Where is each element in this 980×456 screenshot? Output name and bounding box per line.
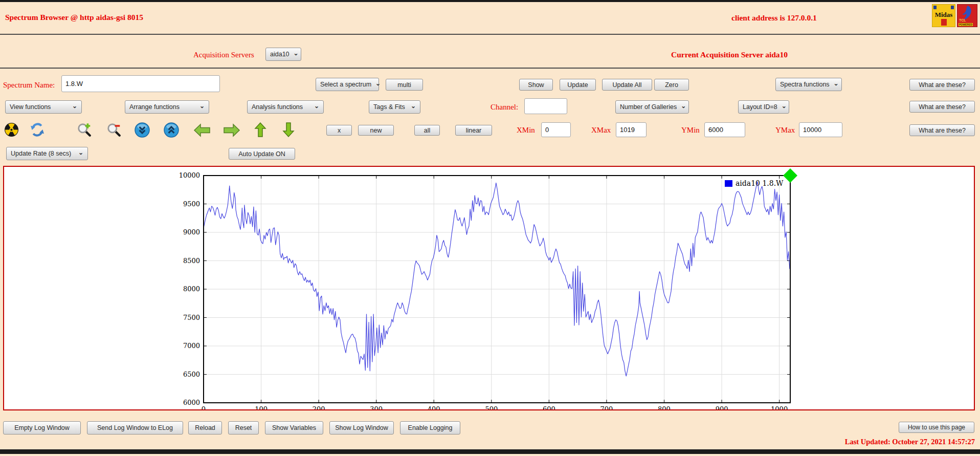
update-all-button[interactable]: Update All bbox=[602, 79, 652, 91]
chevron-down-icon: ⌄ bbox=[681, 103, 686, 109]
auto-update-button[interactable]: Auto Update ON bbox=[229, 148, 295, 160]
chevron-down-icon: ⌄ bbox=[199, 103, 205, 109]
zoom-in-icon[interactable] bbox=[77, 122, 92, 138]
layout-id-label: Layout ID=8 bbox=[743, 103, 777, 111]
arrange-functions-select[interactable]: Arrange functions ⌄ bbox=[125, 100, 209, 114]
zoom-out-icon[interactable] bbox=[106, 122, 122, 138]
svg-text:8000: 8000 bbox=[183, 285, 200, 293]
layout-id-select[interactable]: Layout ID=8 ⌄ bbox=[738, 100, 789, 114]
enable-logging-button[interactable]: Enable Logging bbox=[400, 421, 460, 435]
what-are-these-button-2[interactable]: What are these? bbox=[909, 101, 975, 113]
svg-text:300: 300 bbox=[370, 405, 383, 409]
spectra-functions-label: Spectra functions bbox=[780, 81, 830, 88]
tags-fits-select[interactable]: Tags & Fits ⌄ bbox=[369, 100, 420, 114]
how-to-use-button[interactable]: How to use this page bbox=[899, 422, 974, 433]
spectrum-name-label: Spectrum Name: bbox=[3, 81, 55, 90]
chevron-down-icon: ⌄ bbox=[411, 103, 416, 109]
send-log-elog-button[interactable]: Send Log Window to ELog bbox=[87, 421, 183, 435]
radiation-icon[interactable] bbox=[4, 122, 19, 137]
midas-shield-left-icon bbox=[933, 6, 937, 9]
view-functions-label: View functions bbox=[10, 103, 51, 111]
arrow-down-icon[interactable] bbox=[282, 122, 295, 138]
zero-button[interactable]: Zero bbox=[654, 79, 689, 91]
chevron-down-icon: ⌄ bbox=[834, 80, 839, 86]
svg-text:7500: 7500 bbox=[183, 314, 200, 321]
acquisition-server-select[interactable]: aida10 ⌄ bbox=[265, 48, 301, 61]
divider bbox=[0, 68, 980, 69]
number-of-galleries-select[interactable]: Number of Galleries ⌄ bbox=[615, 100, 689, 114]
ymax-input[interactable] bbox=[799, 122, 842, 137]
last-updated-text: Last Updated: October 27, 2021 14:57:27 bbox=[845, 438, 975, 446]
spectrum-chart-container: 0100200300400500600700800900100060006500… bbox=[3, 166, 975, 410]
svg-text:0: 0 bbox=[202, 405, 206, 409]
svg-text:1000: 1000 bbox=[771, 405, 788, 409]
svg-text:9500: 9500 bbox=[183, 200, 200, 208]
chevron-down-icon: ⌄ bbox=[72, 103, 77, 109]
empty-log-button[interactable]: Empty Log Window bbox=[3, 421, 81, 435]
tcl-powered-logo[interactable]: TCL POWERED bbox=[957, 4, 977, 27]
bottom-window-edge bbox=[0, 449, 980, 454]
ymin-input[interactable] bbox=[704, 122, 745, 137]
svg-text:6500: 6500 bbox=[183, 371, 200, 378]
arrow-left-icon[interactable] bbox=[193, 123, 211, 137]
midas-logo[interactable]: Midas bbox=[932, 4, 955, 27]
show-variables-button[interactable]: Show Variables bbox=[265, 421, 323, 435]
multi-button[interactable]: multi bbox=[386, 79, 423, 91]
midas-shield-right-icon bbox=[951, 6, 954, 9]
midas-logo-text: Midas bbox=[932, 11, 955, 19]
update-button[interactable]: Update bbox=[560, 79, 596, 91]
svg-text:800: 800 bbox=[658, 405, 671, 409]
page-title: Spectrum Browser @ http aidas-gsi 8015 bbox=[5, 13, 143, 22]
select-a-spectrum[interactable]: Select a spectrum ⌄ bbox=[316, 78, 379, 91]
channel-input[interactable] bbox=[524, 98, 567, 114]
all-button[interactable]: all bbox=[414, 125, 440, 136]
spectrum-chart[interactable]: 0100200300400500600700800900100060006500… bbox=[4, 167, 974, 409]
analysis-functions-select[interactable]: Analysis functions ⌄ bbox=[247, 100, 324, 114]
xmax-label: XMax bbox=[591, 126, 611, 135]
reset-button[interactable]: Reset bbox=[228, 421, 259, 435]
tcl-logo-text: TCL bbox=[959, 18, 966, 22]
show-button[interactable]: Show bbox=[519, 79, 553, 91]
svg-text:500: 500 bbox=[485, 405, 498, 409]
view-functions-select[interactable]: View functions ⌄ bbox=[5, 100, 82, 114]
what-are-these-button-1[interactable]: What are these? bbox=[909, 79, 975, 91]
tags-fits-label: Tags & Fits bbox=[373, 103, 405, 111]
spectrum-name-input[interactable] bbox=[61, 75, 220, 92]
tcl-powered-text: POWERED bbox=[959, 23, 973, 26]
chevron-down-icon: ⌄ bbox=[314, 103, 319, 109]
svg-text:200: 200 bbox=[313, 405, 325, 409]
svg-text:100: 100 bbox=[255, 405, 268, 409]
svg-text:400: 400 bbox=[428, 405, 440, 409]
new-button[interactable]: new bbox=[358, 125, 394, 136]
current-server-text: Current Acquisition Server aida10 bbox=[671, 50, 788, 59]
svg-text:8500: 8500 bbox=[183, 257, 200, 265]
show-log-window-button[interactable]: Show Log Window bbox=[329, 421, 394, 435]
top-window-edge bbox=[0, 0, 980, 2]
spectra-functions-select[interactable]: Spectra functions ⌄ bbox=[775, 78, 842, 91]
select-a-spectrum-label: Select a spectrum bbox=[320, 81, 371, 88]
reload-button[interactable]: Reload bbox=[188, 421, 222, 435]
x-button[interactable]: x bbox=[326, 125, 352, 136]
midas-red-badge bbox=[941, 19, 947, 26]
scroll-up-icon[interactable] bbox=[164, 122, 179, 138]
channel-label: Channel: bbox=[491, 103, 518, 112]
arrange-functions-label: Arrange functions bbox=[129, 103, 180, 111]
refresh-icon[interactable] bbox=[30, 122, 45, 137]
update-rate-select[interactable]: Update Rate (8 secs) ⌄ bbox=[6, 147, 88, 160]
analysis-functions-label: Analysis functions bbox=[252, 103, 303, 111]
chevron-down-icon: ⌄ bbox=[375, 80, 381, 86]
arrow-right-icon[interactable] bbox=[223, 123, 240, 137]
chevron-down-icon: ⌄ bbox=[294, 50, 299, 56]
xmax-input[interactable] bbox=[616, 122, 647, 137]
spectrum-browser-page: { "header": { "title": "Spectrum Browser… bbox=[0, 0, 980, 456]
client-address: client address is 127.0.0.1 bbox=[731, 13, 817, 23]
chevron-down-icon: ⌄ bbox=[782, 103, 787, 109]
xmin-input[interactable] bbox=[541, 122, 571, 137]
divider bbox=[0, 34, 980, 35]
arrow-up-icon[interactable] bbox=[254, 122, 266, 138]
what-are-these-button-3[interactable]: What are these? bbox=[909, 124, 975, 136]
scroll-down-icon[interactable] bbox=[135, 122, 150, 138]
linear-button[interactable]: linear bbox=[455, 125, 492, 136]
update-rate-label: Update Rate (8 secs) bbox=[11, 150, 71, 157]
chevron-down-icon: ⌄ bbox=[78, 149, 83, 156]
